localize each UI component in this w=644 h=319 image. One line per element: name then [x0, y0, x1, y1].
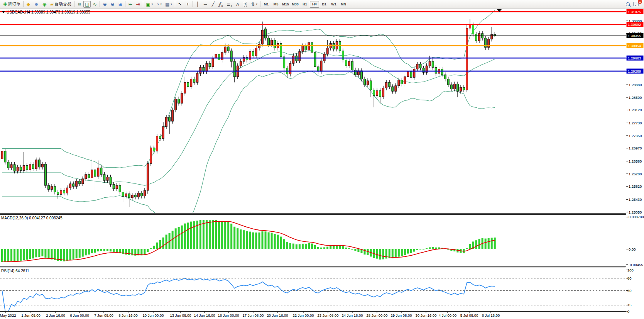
svg-text:30 Jun 16:00: 30 Jun 16:00: [416, 313, 437, 317]
svg-text:1.28880: 1.28880: [629, 83, 642, 87]
svg-text:24 Jun 16:00: 24 Jun 16:00: [342, 313, 363, 317]
crosshair-button[interactable]: +: [184, 1, 191, 8]
new-chart-dropdown[interactable]: ▣ ▾: [144, 1, 154, 8]
chevron-down-icon: ▾: [256, 3, 258, 6]
crosshair-icon: +: [186, 2, 189, 7]
line-chart-mode-button[interactable]: ∿: [91, 1, 98, 8]
svg-text:2 Jun 16:00: 2 Jun 16:00: [46, 313, 65, 317]
arrows-icon: ⇅: [251, 2, 255, 7]
trendline-tool[interactable]: ╱: [210, 1, 217, 8]
svg-text:6 Jun 00:00: 6 Jun 00:00: [70, 313, 89, 317]
search-button[interactable]: [624, 1, 631, 8]
svg-text:14 Jun 16:00: 14 Jun 16:00: [194, 313, 215, 317]
toolbar-separator: [143, 1, 143, 7]
svg-text:1.26970: 1.26970: [629, 146, 642, 150]
svg-text:17 Jun 08:00: 17 Jun 08:00: [243, 313, 264, 317]
svg-text:10 Jun 00:00: 10 Jun 00:00: [143, 313, 164, 317]
chart-canvas[interactable]: 1.308001.304201.300401.296601.292801.288…: [0, 0, 644, 319]
timeframe-m1[interactable]: M1: [262, 1, 271, 8]
timeframe-w1[interactable]: W1: [329, 1, 338, 8]
zoom-out-icon: ⊖: [111, 2, 115, 7]
bar-chart-icon: ≡: [77, 3, 81, 5]
chart-shift-button[interactable]: ⇥: [134, 1, 142, 8]
text-label-tool[interactable]: T: [242, 1, 249, 8]
timeframe-mn[interactable]: MN: [339, 1, 348, 8]
tile-windows-button[interactable]: ⊞: [117, 1, 124, 8]
trendline-icon: ╱: [212, 2, 215, 7]
svg-text:1.25430: 1.25430: [629, 197, 642, 202]
equidistant-channel-tool[interactable]: ∥ E: [217, 1, 225, 8]
new-order-icon: ✚: [3, 2, 7, 7]
fibonacci-letter: F: [231, 5, 232, 7]
svg-text:28 Jun 00:00: 28 Jun 00:00: [367, 313, 388, 317]
zoom-out-button[interactable]: ⊖: [109, 1, 116, 8]
toolbar-separator: [74, 1, 74, 7]
chevron-down-icon: ▾: [160, 3, 162, 6]
symbol-ohlc-label: USDCAD-,H4 1.30389 1.30473 1.30319 1.303…: [7, 10, 90, 14]
svg-text:80: 80: [627, 276, 632, 280]
autotrade-button[interactable]: ▰ 自动交易: [49, 1, 73, 8]
svg-text:1.31075: 1.31075: [628, 10, 641, 14]
vertical-line-tool[interactable]: │: [194, 1, 201, 8]
candlestick-icon: ◫: [85, 2, 89, 7]
channel-letter: E: [221, 5, 223, 7]
toolbar-separator: [260, 1, 260, 7]
svg-text:1.28500: 1.28500: [629, 95, 642, 100]
horizontal-line-icon: ─: [204, 2, 207, 7]
timeframe-h1[interactable]: H1: [300, 1, 309, 8]
main-toolbar: ✚ 新订单 ◆ ☻ ◉ ▰ 自动交易 ≡ ◫ ∿ ⊕ ⊖: [0, 0, 644, 8]
timeframe-group: M1M5M15M30H1H4D1W1MN: [262, 1, 348, 8]
svg-text:31 May 2022: 31 May 2022: [0, 313, 16, 317]
timeframe-h4[interactable]: H4: [310, 1, 319, 8]
profiles-button[interactable]: ☻: [32, 1, 41, 8]
timeframe-m5[interactable]: M5: [271, 1, 281, 8]
svg-text:-0.00455: -0.00455: [629, 263, 643, 267]
svg-text:1.25820: 1.25820: [629, 184, 642, 188]
market-watch-button[interactable]: ◆: [25, 1, 32, 8]
svg-text:1.30054: 1.30054: [628, 44, 641, 48]
svg-text:1.29683: 1.29683: [628, 56, 641, 60]
chevron-down-icon: ▾: [171, 3, 172, 6]
macd-label: MACD(12,26,9) 0.004127 0.003245: [1, 216, 63, 220]
toolbar-separator: [125, 1, 125, 7]
bar-chart-mode-button[interactable]: ≡: [76, 1, 83, 8]
svg-text:0.00: 0.00: [629, 247, 636, 251]
profiles-icon: ☻: [34, 2, 39, 7]
line-chart-icon: ∿: [93, 2, 97, 7]
timeframe-m30[interactable]: M30: [291, 1, 300, 8]
new-order-button[interactable]: ✚ 新订单: [2, 1, 22, 8]
svg-text:0.008788: 0.008788: [629, 215, 644, 219]
svg-text:1.30355: 1.30355: [628, 34, 641, 38]
svg-text:1 Jun 08:00: 1 Jun 08:00: [21, 313, 41, 317]
text-tool[interactable]: A: [234, 1, 242, 8]
new-order-label: 新订单: [8, 1, 20, 7]
svg-text:1.27730: 1.27730: [629, 121, 642, 125]
notification-badge: 1: [638, 0, 642, 4]
svg-text:15: 15: [627, 303, 632, 307]
horizontal-line-tool[interactable]: ─: [202, 1, 209, 8]
svg-text:22 Jun 00:00: 22 Jun 00:00: [293, 313, 314, 317]
candlestick-mode-button[interactable]: ◫: [83, 1, 91, 8]
periods-dropdown[interactable]: ◔ ▾: [155, 1, 163, 8]
auto-scroll-button[interactable]: ⇤: [127, 1, 134, 8]
chat-button[interactable]: 1: [632, 1, 640, 8]
signal-icon: ◉: [42, 2, 46, 7]
autotrade-icon: ▰: [50, 2, 54, 7]
signal-button[interactable]: ◉: [41, 1, 48, 8]
svg-text:1.25050: 1.25050: [629, 210, 642, 214]
svg-text:1.30692: 1.30692: [628, 22, 641, 27]
arrows-dropdown[interactable]: ⇅ ▾: [250, 1, 259, 8]
fibonacci-tool[interactable]: ≣ F: [225, 1, 234, 8]
timeframe-d1[interactable]: D1: [319, 1, 329, 8]
application-window: ✚ 新订单 ◆ ☻ ◉ ▰ 自动交易 ≡ ◫ ∿ ⊕ ⊖: [0, 0, 644, 319]
templates-dropdown[interactable]: ▦ ▾: [164, 1, 174, 8]
clock-icon: ◔: [156, 2, 159, 7]
svg-text:13 Jun 08:00: 13 Jun 08:00: [170, 313, 191, 317]
svg-text:23 Jun 08:00: 23 Jun 08:00: [318, 313, 339, 317]
zoom-in-button[interactable]: ⊕: [101, 1, 108, 8]
svg-text:100: 100: [627, 268, 634, 272]
cursor-button[interactable]: ↖: [176, 1, 184, 8]
text-label-icon: T: [244, 2, 247, 7]
timeframe-m15[interactable]: M15: [281, 1, 290, 8]
svg-text:1.26200: 1.26200: [629, 172, 642, 176]
